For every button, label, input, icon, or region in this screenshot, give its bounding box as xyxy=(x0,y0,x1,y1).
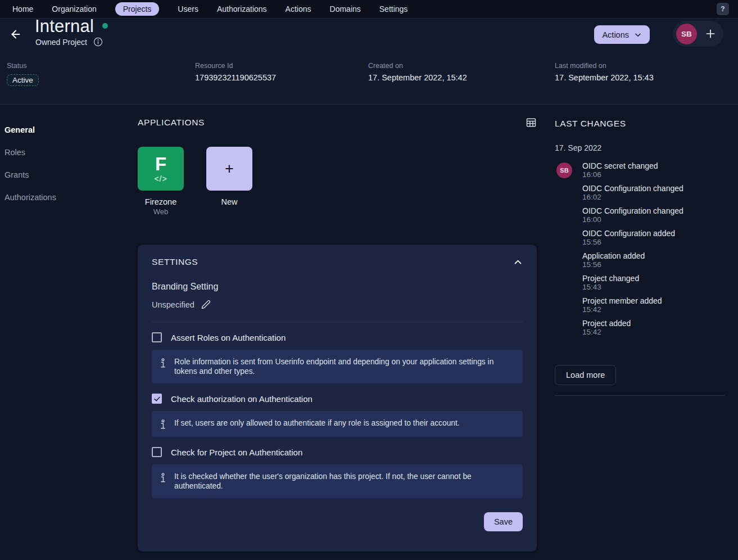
firezone-app-tile[interactable]: F </> xyxy=(138,147,184,191)
check-project-checkbox[interactable] xyxy=(152,447,162,457)
nav-item-home[interactable]: Home xyxy=(12,4,33,13)
change-event[interactable]: OIDC Configuration changed 16:02 xyxy=(582,184,725,206)
main-column: APPLICATIONS F </> Firezone Web + New xyxy=(138,105,537,128)
app-card-firezone[interactable]: F </> Firezone Web xyxy=(138,147,184,216)
add-button[interactable] xyxy=(700,28,720,39)
project-header: Internal Owned Project Actions SB Status… xyxy=(0,19,738,105)
info-i-icon xyxy=(152,418,174,430)
info-icon[interactable] xyxy=(93,37,103,47)
info-i-icon xyxy=(152,357,174,368)
check-project-label[interactable]: Check for Project on Authentication xyxy=(171,448,302,457)
meta-status: Status Active xyxy=(7,62,39,86)
info-box: Role information is sent from Userinfo e… xyxy=(152,350,523,383)
sidebar-item-general[interactable]: General xyxy=(4,119,131,141)
info-box: If set, users are only allowed to authen… xyxy=(152,411,523,437)
new-app-tile[interactable]: + xyxy=(206,147,252,191)
change-name: Project added xyxy=(582,319,725,328)
status-badge: Active xyxy=(7,74,39,86)
last-modified-value: 17. September 2022, 15:43 xyxy=(555,73,654,82)
sidebar: General Roles Grants Authorizations xyxy=(4,119,131,209)
change-event[interactable]: OIDC Configuration added 15:56 xyxy=(582,229,725,251)
info-i-icon xyxy=(152,472,174,483)
app-type: Web xyxy=(138,207,184,216)
change-event[interactable]: Project changed 15:43 xyxy=(582,274,725,296)
change-time: 15:42 xyxy=(582,305,725,314)
change-name: OIDC Configuration added xyxy=(582,229,725,238)
active-state-dot xyxy=(102,23,108,29)
change-event[interactable]: OIDC secret changed 16:06 xyxy=(582,161,725,184)
change-time: 16:06 xyxy=(582,170,725,179)
nav-item-projects[interactable]: Projects xyxy=(115,2,160,16)
nav-item-users[interactable]: Users xyxy=(178,4,198,13)
page-title: Internal xyxy=(35,16,94,37)
change-name: OIDC Configuration changed xyxy=(582,206,725,215)
meta-created-on: Created on 17. September 2022, 15:42 xyxy=(368,62,467,82)
option-check-authorization: Check authorization on Authentication If… xyxy=(152,394,523,437)
content-area: General Roles Grants Authorizations APPL… xyxy=(0,105,738,560)
last-changes-panel: LAST CHANGES 17. Sep 2022 SB OIDC secret… xyxy=(555,105,725,396)
avatar[interactable]: SB xyxy=(676,24,697,44)
change-event[interactable]: OIDC Configuration changed 16:00 xyxy=(582,206,725,229)
sidebar-item-authorizations[interactable]: Authorizations xyxy=(4,186,131,209)
change-time: 15:43 xyxy=(582,283,725,292)
info-text: If set, users are only allowed to authen… xyxy=(174,418,460,428)
created-on-value: 17. September 2022, 15:42 xyxy=(368,73,467,82)
meta-resource-id: Resource Id 179392321190625537 xyxy=(195,62,276,82)
app-card-new[interactable]: + New xyxy=(206,147,252,216)
change-name: OIDC Configuration changed xyxy=(582,184,725,193)
page-subtitle: Owned Project xyxy=(35,38,87,47)
settings-section-title: SETTINGS xyxy=(152,257,198,267)
meta-last-modified: Last modified on 17. September 2022, 15:… xyxy=(555,62,654,82)
check-authorization-checkbox[interactable] xyxy=(152,394,162,404)
nav-item-domains[interactable]: Domains xyxy=(330,4,361,13)
divider xyxy=(152,322,523,322)
last-modified-label: Last modified on xyxy=(555,62,654,70)
chevron-down-icon xyxy=(634,31,642,39)
top-nav: Home Organization Projects Users Authori… xyxy=(0,0,738,19)
change-event[interactable]: Project added 15:42 xyxy=(582,319,725,341)
created-on-label: Created on xyxy=(368,62,467,70)
load-more-button[interactable]: Load more xyxy=(555,365,616,385)
save-button[interactable]: Save xyxy=(484,512,523,531)
change-time: 15:56 xyxy=(582,238,725,247)
change-name: Project changed xyxy=(582,274,725,283)
settings-panel: SETTINGS Branding Setting Unspecified As… xyxy=(138,245,537,552)
nav-item-authorizations[interactable]: Authorizations xyxy=(217,4,267,13)
assert-roles-checkbox[interactable] xyxy=(152,332,162,342)
sidebar-item-grants[interactable]: Grants xyxy=(4,164,131,186)
back-arrow-icon xyxy=(10,28,22,40)
info-box: It is checked whether the user's organiz… xyxy=(152,464,523,498)
last-changes-title: LAST CHANGES xyxy=(555,105,725,129)
app-name: Firezone xyxy=(138,197,184,206)
check-authorization-label[interactable]: Check authorization on Authentication xyxy=(171,394,313,404)
plus-icon: + xyxy=(225,161,234,177)
nav-item-organization[interactable]: Organization xyxy=(52,4,96,13)
assert-roles-label[interactable]: Assert Roles on Authentication xyxy=(171,333,286,342)
change-time: 15:42 xyxy=(582,328,725,337)
nav-item-actions[interactable]: Actions xyxy=(286,4,311,13)
branding-setting-value: Unspecified xyxy=(152,300,194,309)
avatar: SB xyxy=(556,162,572,178)
info-text: Role information is sent from Userinfo e… xyxy=(174,357,514,376)
status-label: Status xyxy=(7,62,39,70)
change-time: 15:56 xyxy=(582,260,725,269)
help-button[interactable]: ? xyxy=(717,3,729,15)
change-event[interactable]: Application added 15:56 xyxy=(582,251,725,274)
change-event[interactable]: Project member added 15:42 xyxy=(582,296,725,319)
edit-pencil-icon[interactable] xyxy=(201,300,211,309)
actions-dropdown-button[interactable]: Actions xyxy=(594,25,650,44)
app-initial-letter: F xyxy=(155,155,166,173)
table-view-icon[interactable] xyxy=(526,117,537,128)
nav-items: Home Organization Projects Users Authori… xyxy=(9,2,408,16)
chevron-up-icon[interactable] xyxy=(513,258,523,267)
back-button[interactable] xyxy=(7,26,24,43)
applications-section-title: APPLICATIONS xyxy=(138,118,205,128)
actions-button-label: Actions xyxy=(602,30,629,39)
branding-setting-title: Branding Setting xyxy=(152,282,523,292)
changes-date-header: 17. Sep 2022 xyxy=(555,143,725,152)
nav-item-settings[interactable]: Settings xyxy=(379,4,408,13)
org-switcher[interactable]: SB xyxy=(673,21,723,47)
info-text: It is checked whether the user's organiz… xyxy=(174,472,514,491)
sidebar-item-roles[interactable]: Roles xyxy=(4,141,131,164)
change-name: OIDC secret changed xyxy=(582,161,725,170)
